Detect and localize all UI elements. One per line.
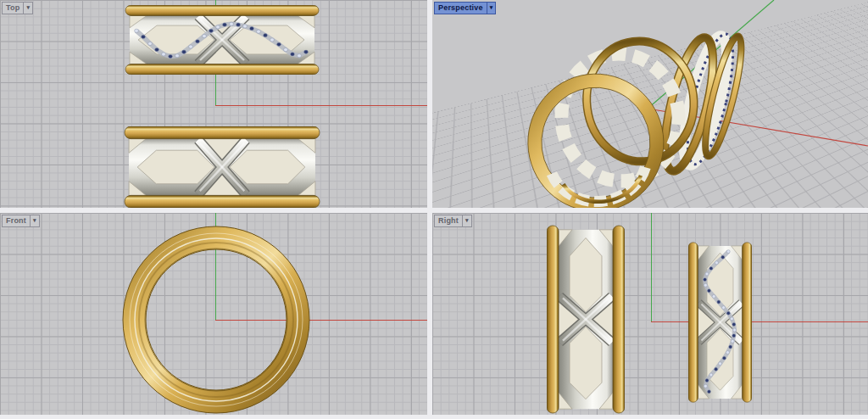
viewport-tab-perspective[interactable]: Perspective ▾ [434,2,496,14]
viewport-title[interactable]: Top [2,2,24,14]
chevron-down-icon[interactable]: ▾ [31,215,40,227]
viewport-tab-front[interactable]: Front ▾ [2,215,40,227]
viewport-front-canvas[interactable]: Front ▾ [0,213,427,415]
chevron-down-icon[interactable]: ▾ [463,215,472,227]
viewport-title[interactable]: Right [434,215,463,227]
ring-pave-right-view[interactable] [688,242,752,403]
ring-plain-perspective[interactable] [517,35,706,208]
chevron-down-icon[interactable]: ▾ [24,2,33,14]
ring-plain-right-view[interactable] [547,225,625,414]
viewport-top-canvas[interactable]: Top ▾ [0,0,427,208]
viewport-tab-top[interactable]: Top ▾ [2,2,33,14]
x-axis [651,321,868,322]
ring-pave-top-view[interactable] [125,5,320,75]
viewport-right-canvas[interactable]: Right ▾ [432,213,868,415]
x-axis [215,105,427,106]
perspective-scene[interactable] [432,0,868,208]
viewport-perspective-canvas[interactable]: Perspective ▾ [432,0,868,208]
viewport-title[interactable]: Front [2,215,31,227]
y-axis [651,213,652,321]
viewport-tab-right[interactable]: Right ▾ [434,215,472,227]
ring-front-view[interactable] [122,226,310,414]
ring-plain-top-view[interactable] [124,126,320,208]
chevron-down-icon[interactable]: ▾ [487,2,497,14]
viewport-title[interactable]: Perspective [434,2,487,14]
